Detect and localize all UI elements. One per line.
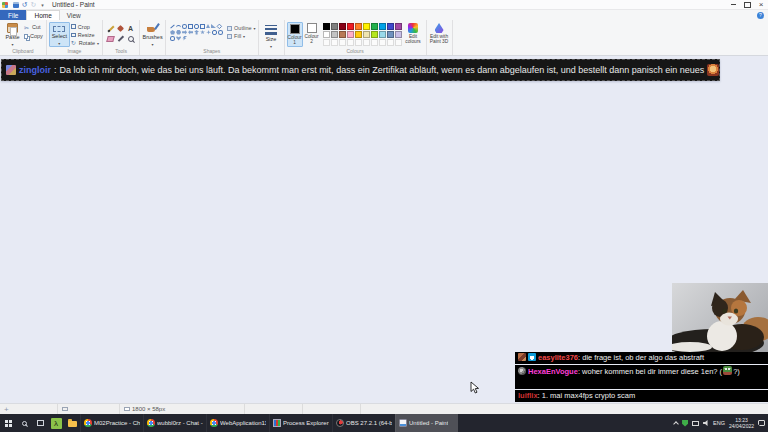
colour1-button[interactable]: Colour 1 <box>287 22 303 47</box>
palette-swatch-empty[interactable] <box>331 39 338 46</box>
save-icon[interactable] <box>11 1 20 9</box>
taskbar-app-obs[interactable]: OBS 27.2.1 (64-bit, ... <box>332 414 395 432</box>
action-center-icon[interactable] <box>758 420 765 426</box>
palette-swatch[interactable] <box>331 31 338 38</box>
palette-swatch[interactable] <box>339 23 346 30</box>
palette-swatch[interactable] <box>387 23 394 30</box>
left-arrow-shape-icon[interactable] <box>188 30 193 35</box>
close-button[interactable] <box>754 0 768 9</box>
colour2-button[interactable]: Colour 2 <box>304 22 320 47</box>
palette-swatch-empty[interactable] <box>323 39 330 46</box>
eraser-tool-icon[interactable] <box>107 35 114 42</box>
palette-swatch[interactable] <box>363 31 370 38</box>
oval-callout-shape-icon[interactable] <box>218 30 223 35</box>
colour-picker-tool-icon[interactable] <box>117 35 124 42</box>
star-shape-icon[interactable] <box>200 30 205 35</box>
callout-shape-icon[interactable] <box>212 30 217 35</box>
palette-swatch[interactable] <box>395 23 402 30</box>
palette-swatch[interactable] <box>395 31 402 38</box>
fill-dropdown[interactable]: Fill <box>227 33 255 39</box>
maximize-button[interactable] <box>740 0 754 9</box>
magnifier-tool-icon[interactable] <box>127 35 134 42</box>
resize-button[interactable]: Resize <box>71 31 99 38</box>
select-button[interactable]: Select <box>49 22 70 47</box>
cut-button[interactable]: Cut <box>24 23 43 31</box>
taskbar-app-process-explorer[interactable]: Process Explorer - S... <box>269 414 332 432</box>
text-tool-icon[interactable]: A <box>127 25 134 32</box>
rotate-button[interactable]: Rotate <box>71 39 99 46</box>
palette-swatch-empty[interactable] <box>363 39 370 46</box>
right-triangle-shape-icon[interactable] <box>211 24 216 28</box>
palette-swatch-empty[interactable] <box>371 39 378 46</box>
edit-colours-button[interactable]: Edit colours <box>403 22 424 47</box>
tab-file[interactable]: File <box>0 10 26 20</box>
palette-swatch-empty[interactable] <box>339 39 346 46</box>
palette-swatch-empty[interactable] <box>355 39 362 46</box>
minimize-button[interactable] <box>726 0 740 9</box>
canvas-workspace[interactable]: zingloir: Da lob ich mir doch, wie das b… <box>0 56 768 403</box>
curve-shape-icon[interactable] <box>176 25 181 28</box>
palette-swatch[interactable] <box>323 23 330 30</box>
right-arrow-shape-icon[interactable] <box>182 30 187 35</box>
paint-canvas[interactable]: zingloir: Da lob ich mir doch, wie das b… <box>1 59 720 81</box>
pasted-selection[interactable]: zingloir: Da lob ich mir doch, wie das b… <box>1 59 720 81</box>
start-button[interactable] <box>0 414 16 432</box>
palette-swatch-empty[interactable] <box>347 39 354 46</box>
help-icon[interactable] <box>757 12 764 19</box>
chat-username[interactable]: easylite376 <box>538 353 578 362</box>
taskbar-app-chrome[interactable]: M02Practice - Chr... <box>80 414 143 432</box>
heart-shape-icon[interactable] <box>176 36 181 41</box>
palette-swatch-empty[interactable] <box>387 39 394 46</box>
chat-username[interactable]: HexaEnVogue <box>528 367 578 376</box>
palette-swatch[interactable] <box>363 23 370 30</box>
defender-shield-icon[interactable] <box>682 420 688 427</box>
palette-swatch[interactable] <box>387 31 394 38</box>
rounded-rectangle-shape-icon[interactable] <box>194 24 199 29</box>
palette-swatch[interactable] <box>371 23 378 30</box>
taskbar-app-chrome[interactable]: WebApplication11... <box>206 414 269 432</box>
volume-icon[interactable] <box>703 420 709 426</box>
search-button[interactable] <box>16 414 32 432</box>
redo-icon[interactable] <box>29 1 38 9</box>
palette-swatch[interactable] <box>379 31 386 38</box>
outline-dropdown[interactable]: Outline <box>227 25 255 31</box>
task-view-button[interactable] <box>32 414 48 432</box>
palette-swatch[interactable] <box>347 23 354 30</box>
palette-swatch[interactable] <box>339 31 346 38</box>
four-point-star-shape-icon[interactable] <box>206 30 211 35</box>
oval-shape-icon[interactable] <box>182 24 187 29</box>
palette-swatch-empty[interactable] <box>395 39 402 46</box>
palette-swatch[interactable] <box>355 23 362 30</box>
palette-swatch[interactable] <box>371 31 378 38</box>
language-indicator[interactable]: ENG <box>713 420 725 426</box>
taskbar-app-paint[interactable]: Untitled - Paint <box>395 414 458 432</box>
pencil-tool-icon[interactable] <box>107 25 114 32</box>
tab-view[interactable]: View <box>60 10 88 20</box>
diamond-shape-icon[interactable] <box>217 24 222 29</box>
paste-button[interactable]: Paste <box>2 22 23 47</box>
quick-access-customize-icon[interactable] <box>38 1 47 9</box>
palette-swatch[interactable] <box>323 31 330 38</box>
palette-swatch-empty[interactable] <box>379 39 386 46</box>
fill-tool-icon[interactable] <box>117 25 124 32</box>
size-button[interactable]: Size <box>261 22 282 47</box>
cloud-shape-icon[interactable] <box>170 36 175 41</box>
up-arrow-shape-icon[interactable] <box>194 30 199 35</box>
rectangle-shape-icon[interactable] <box>188 24 193 29</box>
hexagon-shape-icon[interactable] <box>176 30 181 35</box>
display-icon[interactable] <box>692 421 699 426</box>
lightning-shape-icon[interactable] <box>182 36 187 41</box>
chat-username[interactable]: luiflix <box>518 391 538 400</box>
triangle-shape-icon[interactable] <box>206 24 210 28</box>
clock[interactable]: 13:23 24/04/2022 <box>729 417 754 429</box>
taskbar-app-chrome[interactable]: wubbl0rz - Chat - T... <box>143 414 206 432</box>
file-explorer-button[interactable] <box>64 414 80 432</box>
line-shape-icon[interactable] <box>170 25 174 29</box>
crop-button[interactable]: Crop <box>71 23 99 30</box>
tab-home[interactable]: Home <box>26 10 59 20</box>
undo-icon[interactable] <box>20 1 29 9</box>
polygon-shape-icon[interactable] <box>200 24 205 29</box>
lambda-app-button[interactable] <box>48 414 64 432</box>
palette-swatch[interactable] <box>379 23 386 30</box>
brushes-button[interactable]: Brushes <box>142 22 163 47</box>
